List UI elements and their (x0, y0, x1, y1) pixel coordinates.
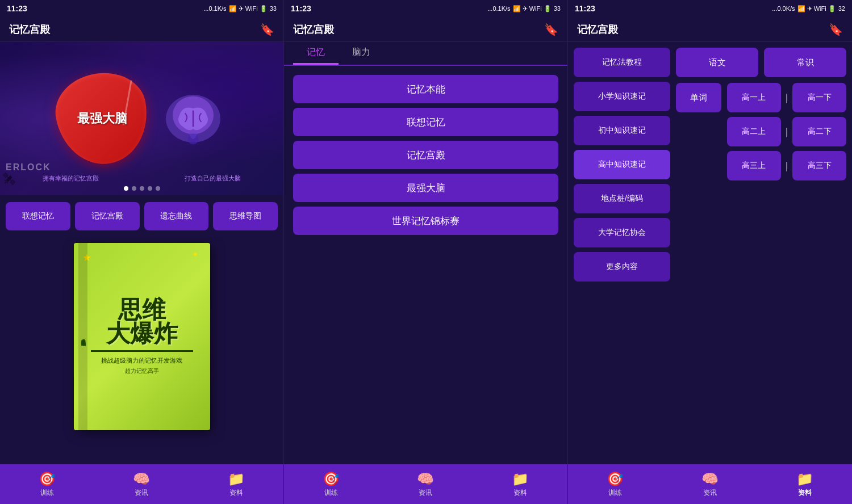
tab-memory[interactable]: 记忆 (293, 42, 339, 65)
nav-training-3[interactable]: 🎯 训练 (568, 468, 663, 501)
cat-3[interactable]: 高中知识速记 (574, 150, 670, 179)
grade-g2-up[interactable]: 高二上 (727, 117, 781, 146)
menu-item-3[interactable]: 最强大脑 (293, 174, 558, 202)
tab-memory-label: 记忆 (307, 47, 325, 57)
status-icons-1: ...0.1K/s 📶 ✈ WiFi 🔋 33 (203, 5, 277, 12)
dot-1 (132, 186, 136, 191)
training-label-3: 训练 (608, 488, 622, 498)
divider-2: | (786, 126, 788, 138)
nav-news-1[interactable]: 🧠 资讯 (94, 468, 189, 501)
menu-item-1[interactable]: 联想记忆 (293, 108, 558, 136)
battery-icon-1: 📶 ✈ WiFi 🔋 (229, 5, 268, 12)
app-header-1: 记忆宫殿 🔖 (0, 17, 283, 42)
battery-icon-2: 📶 ✈ WiFi 🔋 (513, 5, 552, 12)
menu-item-2[interactable]: 记忆宫殿 (293, 141, 558, 169)
divider-3: | (786, 160, 788, 172)
book-spine: 思维爆炸 挑战超级脑力 记忆开发游戏 (78, 243, 87, 430)
bottom-nav-2: 🎯 训练 🧠 资讯 📁 资料 (284, 464, 567, 504)
app-title-1: 记忆宫殿 (9, 23, 50, 36)
resources-label-3: 资料 (798, 488, 812, 498)
resources-icon-1: 📁 (228, 471, 245, 487)
time-3: 11:23 (575, 4, 595, 13)
subcat-language[interactable]: 语文 (676, 48, 758, 77)
signal-2: ...0.1K/s (487, 5, 510, 12)
grade-g3-up[interactable]: 高三上 (727, 151, 781, 180)
training-label-1: 训练 (40, 488, 54, 498)
subcat-word[interactable]: 单词 (676, 83, 721, 112)
status-bar-1: 11:23 ...0.1K/s 📶 ✈ WiFi 🔋 33 (0, 0, 283, 17)
grade-g2-down[interactable]: 高二下 (792, 117, 846, 146)
nav-resources-2[interactable]: 📁 资料 (473, 468, 567, 501)
quick-btn-2[interactable]: 遗忘曲线 (144, 202, 209, 230)
cat-0[interactable]: 记忆法教程 (574, 48, 670, 77)
dot-2 (140, 186, 144, 191)
banner-captions: 拥有幸福的记忆宫殿 打造自己的最强大脑 (0, 174, 283, 183)
panel2-content: 记忆 脑力 记忆本能 联想记忆 记忆宫殿 最强大脑 世界记忆锦标赛 (284, 42, 567, 464)
training-icon-3: 🎯 (607, 471, 624, 487)
cat-6[interactable]: 更多内容 (574, 252, 670, 282)
panel1-content: 最强大脑 ERLOCK (0, 42, 283, 464)
quick-btn-0[interactable]: 联想记忆 (6, 202, 70, 230)
bookmark-icon-2[interactable]: 🔖 (544, 23, 558, 36)
nav-training-1[interactable]: 🎯 训练 (0, 468, 94, 501)
app-header-2: 记忆宫殿 🔖 (284, 17, 567, 42)
nav-resources-1[interactable]: 📁 资料 (189, 468, 283, 501)
status-bar-3: 11:23 ...0.0K/s 📶 ✈ WiFi 🔋 32 (568, 0, 852, 17)
menu-item-0[interactable]: 记忆本能 (293, 75, 558, 103)
resources-label-1: 资料 (229, 488, 243, 498)
resources-icon-3: 📁 (796, 471, 813, 487)
menu-item-4[interactable]: 世界记忆锦标赛 (293, 207, 558, 235)
grade-g1-down[interactable]: 高一下 (792, 83, 846, 112)
caption-left: 拥有幸福的记忆宫殿 (43, 174, 99, 183)
status-icons-3: ...0.0K/s 📶 ✈ WiFi 🔋 32 (772, 5, 845, 12)
dot-4 (156, 186, 160, 191)
grade-g3-down[interactable]: 高三下 (792, 151, 846, 180)
battery-icon-3: 📶 ✈ WiFi 🔋 (797, 5, 836, 12)
tab-brain[interactable]: 脑力 (339, 42, 384, 65)
grade-g1-up[interactable]: 高一上 (727, 83, 781, 112)
nav-resources-3[interactable]: 📁 资料 (757, 468, 852, 501)
bottom-nav-1: 🎯 训练 🧠 资讯 📁 资料 (0, 464, 283, 504)
time-1: 11:23 (7, 4, 27, 13)
bookmark-icon-3[interactable]: 🔖 (829, 23, 843, 36)
subcategory-panel: 语文 常识 单词 高一上 | 高一下 高二上 | 高二下 高三上 | 高三下 (676, 48, 846, 459)
logo-text: 最强大脑 (77, 111, 127, 126)
book-spine-text: 思维爆炸 挑战超级脑力 记忆开发游戏 (80, 335, 86, 338)
banner-erlock-text: ERLOCK (6, 162, 51, 173)
dot-0 (124, 186, 128, 191)
nav-news-3[interactable]: 🧠 资讯 (663, 468, 758, 501)
cat-4[interactable]: 地点桩/编码 (574, 184, 670, 213)
panel-3: 11:23 ...0.0K/s 📶 ✈ WiFi 🔋 32 记忆宫殿 🔖 记忆法… (568, 0, 852, 504)
cat-5[interactable]: 大学记忆协会 (574, 218, 670, 247)
status-bar-2: 11:23 ...0.1K/s 📶 ✈ WiFi 🔋 33 (284, 0, 567, 17)
menu-list: 记忆本能 联想记忆 记忆宫殿 最强大脑 世界记忆锦标赛 (284, 66, 567, 464)
panel-2: 11:23 ...0.1K/s 📶 ✈ WiFi 🔋 33 记忆宫殿 🔖 记忆 … (284, 0, 568, 504)
grade-grid: 高一上 | 高一下 高二上 | 高二下 高三上 | 高三下 (727, 83, 846, 180)
banner-1: 最强大脑 ERLOCK (0, 42, 283, 195)
bookmark-icon-1[interactable]: 🔖 (260, 23, 274, 36)
news-label-1: 资讯 (135, 488, 148, 498)
caption-right: 打造自己的最强大脑 (185, 174, 241, 183)
book-cover[interactable]: ★ ✦ 思维大爆炸 挑战超级脑力的记忆开发游戏 超力记忆高手 思维爆炸 挑战超级… (74, 243, 210, 430)
book-content: ★ ✦ 思维大爆炸 挑战超级脑力的记忆开发游戏 超力记忆高手 思维爆炸 挑战超级… (85, 243, 199, 430)
banner-logo: 最强大脑 (57, 73, 227, 164)
training-icon-1: 🎯 (39, 471, 56, 487)
cat-1[interactable]: 小学知识速记 (574, 82, 670, 111)
tab-brain-label: 脑力 (352, 47, 370, 57)
nav-training-2[interactable]: 🎯 训练 (284, 468, 378, 501)
nav-news-2[interactable]: 🧠 资讯 (378, 468, 473, 501)
quick-btn-1[interactable]: 记忆宫殿 (75, 202, 140, 230)
news-label-2: 资讯 (419, 488, 432, 498)
subcat-general[interactable]: 常识 (764, 48, 846, 77)
signal-3: ...0.0K/s (772, 5, 795, 12)
app-header-3: 记忆宫殿 🔖 (568, 17, 852, 42)
quick-btn-3[interactable]: 思维导图 (213, 202, 278, 230)
logo-badge: 最强大脑 (57, 73, 148, 164)
cat-2[interactable]: 初中知识速记 (574, 116, 670, 145)
book-sub2: 超力记忆高手 (125, 367, 159, 375)
signal-1: ...0.1K/s (203, 5, 226, 12)
word-row: 单词 高一上 | 高一下 高二上 | 高二下 高三上 | 高三下 (676, 83, 846, 180)
time-2: 11:23 (291, 4, 311, 13)
resources-label-2: 资料 (513, 488, 527, 498)
book-title-main: 思维大爆炸 (106, 298, 178, 346)
